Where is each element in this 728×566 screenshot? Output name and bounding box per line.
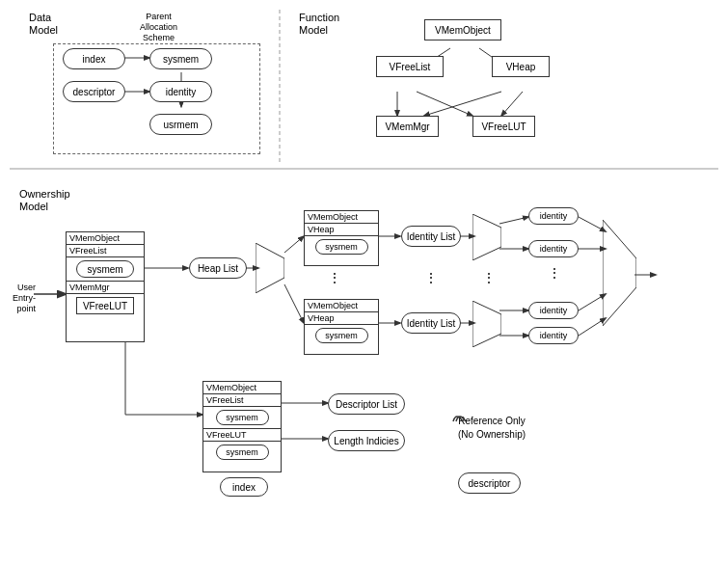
- ownership-model-label: OwnershipModel: [19, 188, 70, 213]
- identity-top-node: identity: [149, 81, 212, 102]
- svg-line-25: [579, 217, 606, 231]
- identity4-node: identity: [528, 327, 579, 344]
- user-entrypoint-label: UserEntry-point: [5, 283, 36, 313]
- parent-allocation-label: ParentAllocationScheme: [140, 12, 177, 42]
- bottom-vfreelut: VFreeLUT: [203, 428, 281, 442]
- reference-only-label: Reference Only(No Ownership): [458, 415, 526, 442]
- bottom-vmemobject: VMemObject: [203, 382, 281, 394]
- index-bottom-node: index: [220, 477, 268, 497]
- lower-vheap: VHeap: [305, 312, 378, 325]
- svg-line-15: [284, 236, 304, 253]
- svg-line-11: [501, 92, 523, 116]
- svg-line-27: [579, 294, 606, 310]
- heap-list-node: Heap List: [189, 257, 247, 279]
- usrmem-node: usrmem: [149, 114, 212, 135]
- descriptor-list-node: Descriptor List: [328, 393, 405, 415]
- bottom-sysmem1: sysmem: [216, 410, 269, 425]
- sysmem-top-node: sysmem: [149, 48, 212, 69]
- descriptor-node: descriptor: [63, 81, 125, 102]
- left-vfreelist: VFreeList: [67, 245, 144, 257]
- identity1-node: identity: [528, 207, 579, 225]
- right-funnel: [603, 220, 636, 326]
- upper-vmemobject: VMemObject: [305, 211, 378, 224]
- upper-vheap: VHeap: [305, 224, 378, 236]
- funnel1: [256, 243, 284, 293]
- svg-marker-38: [603, 220, 636, 326]
- dots-middle-center: ⋮: [424, 270, 440, 285]
- dots-right: ⋮: [548, 265, 563, 281]
- bottom-vfreelist: VFreeList: [203, 394, 281, 407]
- identity3-node: identity: [528, 302, 579, 319]
- index-node: index: [63, 48, 125, 69]
- svg-line-10: [424, 92, 501, 116]
- lower-sysmem: sysmem: [315, 328, 368, 343]
- left-group-box: VMemObject VFreeList sysmem VMemMgr VFre…: [66, 231, 145, 342]
- left-vmemobject: VMemObject: [67, 232, 144, 245]
- upper-identity-list: Identity List: [401, 226, 461, 247]
- vmemmgr-top-node: VMemMgr: [376, 116, 439, 137]
- svg-line-16: [284, 284, 304, 323]
- length-indicies-node: Length Indicies: [328, 430, 405, 451]
- svg-line-28: [579, 318, 606, 336]
- funnel2: [472, 214, 501, 260]
- bottom-left-group: VMemObject VFreeList sysmem VFreeLUT sys…: [202, 381, 282, 472]
- bottom-sysmem2: sysmem: [216, 445, 269, 460]
- vmemobject-top-node: VMemObject: [424, 19, 501, 40]
- dots-middle-left: ⋮: [328, 270, 343, 285]
- left-vfreelut: VFreeLUT: [76, 297, 134, 314]
- svg-marker-36: [472, 214, 501, 260]
- identity2-node: identity: [528, 240, 579, 257]
- upper-vm-group: VMemObject VHeap sysmem: [304, 210, 379, 266]
- lower-vmemobject: VMemObject: [305, 300, 378, 312]
- funnel3: [472, 301, 501, 347]
- vheap-top-node: VHeap: [492, 56, 550, 77]
- diagram-container: DataModel ParentAllocationScheme index s…: [0, 0, 728, 566]
- dots-middle-right: ⋮: [482, 270, 498, 285]
- svg-marker-35: [256, 243, 284, 293]
- left-sysmem: sysmem: [76, 260, 134, 278]
- svg-line-21: [499, 217, 528, 224]
- descriptor-bottom-node: descriptor: [458, 472, 521, 494]
- left-vmemmgr: VMemMgr: [67, 281, 144, 294]
- vfreelut-top-node: VFreeLUT: [472, 116, 535, 137]
- svg-line-9: [417, 92, 472, 116]
- svg-marker-37: [472, 301, 501, 347]
- vfreelist-top-node: VFreeList: [376, 56, 444, 77]
- data-model-label: DataModel: [29, 12, 58, 37]
- function-model-label: FunctionModel: [299, 12, 339, 37]
- reference-symbol: [448, 407, 468, 426]
- upper-sysmem: sysmem: [315, 239, 368, 255]
- lower-identity-list: Identity List: [401, 312, 461, 334]
- lower-vm-group: VMemObject VHeap sysmem: [304, 299, 379, 355]
